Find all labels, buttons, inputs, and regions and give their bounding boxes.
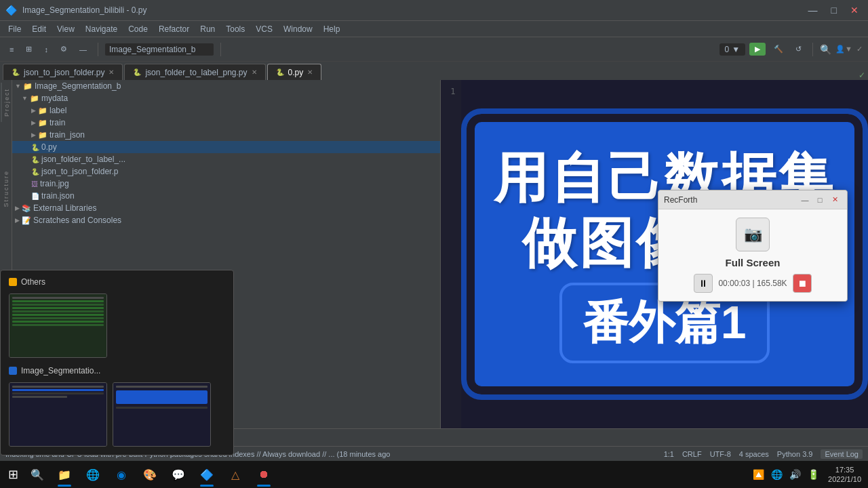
tree-item-trainjson[interactable]: ▶ 📁 train_json: [12, 129, 440, 141]
status-indent: 4 spaces: [739, 450, 769, 458]
tab-close-2[interactable]: ✕: [252, 68, 257, 76]
mini-row-ide2-h: [116, 386, 208, 388]
mini-row-6: [12, 317, 104, 319]
menu-code[interactable]: Code: [123, 23, 153, 35]
search-button[interactable]: 🔍: [25, 462, 50, 487]
tree-label-jsonfolder: json_folder_to_label_...: [41, 155, 125, 164]
tabbar-right: ✓: [859, 70, 865, 80]
minimize-button[interactable]: —: [804, 3, 822, 17]
start-button[interactable]: ⊞: [3, 462, 24, 487]
reload-button[interactable]: ↺: [791, 43, 806, 55]
build-button[interactable]: 🔨: [770, 43, 787, 55]
tab-label-3: 0.py: [288, 68, 304, 77]
taskbar-clock[interactable]: 17:35 2022/1/10: [824, 465, 865, 485]
menu-window[interactable]: Window: [278, 23, 318, 35]
recforth-minimize[interactable]: —: [798, 195, 812, 205]
tree-item-jsonfoldertolabel[interactable]: 🐍 json_folder_to_label_...: [12, 153, 440, 165]
tree-item-scratches[interactable]: ▶ 📝 Scratches and Consoles: [12, 214, 440, 226]
tree-arrow-root: ▼: [15, 83, 21, 89]
file-icon-trainjsonfile: 📄: [31, 192, 39, 200]
menu-run[interactable]: Run: [195, 23, 220, 35]
tree-item-train[interactable]: ▶ 📁 train: [12, 117, 440, 129]
status-event-log[interactable]: Event Log: [821, 449, 863, 459]
tree-arrow-extlibs: ▶: [15, 205, 20, 211]
tree-item-extlibs[interactable]: ▶ 📚 External Libraries: [12, 202, 440, 214]
toolbar-collapse-btn[interactable]: ↕: [40, 44, 52, 55]
recforth-pause-button[interactable]: ⏸: [694, 274, 713, 293]
app-icon: 🔷: [5, 5, 17, 16]
profile-btn[interactable]: 👤▼: [835, 45, 852, 54]
tray-volume[interactable]: 🔊: [787, 468, 803, 481]
toolbar-sep1: [98, 43, 98, 56]
ws-thumb-ide1[interactable]: [9, 382, 107, 447]
mini-row-ide1-h: [12, 386, 104, 388]
menu-refactor[interactable]: Refactor: [153, 23, 195, 35]
ws-label-imgseg: Image_Segmentatio...: [6, 365, 228, 377]
tray-battery[interactable]: 🔋: [806, 468, 821, 481]
toolbar-right: 0 ▼ ▶ 🔨 ↺ 🔍 👤▼ ✓: [719, 43, 863, 56]
tab-json-folder-to-label[interactable]: 🐍 json_folder_to_label_png.py ✕: [124, 64, 265, 80]
close-button[interactable]: ✕: [846, 3, 863, 17]
tab-json-to-json[interactable]: 🐍 json_to_json_folder.py ✕: [3, 64, 123, 80]
recforth-window-controls: — □ ✕: [798, 195, 842, 205]
tree-item-root[interactable]: ▼ 📁 Image_Segmentation_b: [12, 80, 440, 92]
tray-network[interactable]: 🌐: [769, 468, 785, 481]
status-position: 1:1: [664, 450, 674, 458]
folder-icon-mydata: 📁: [30, 94, 39, 103]
tree-item-jsontojson[interactable]: 🐍 json_to_json_folder.p: [12, 165, 440, 178]
run-button[interactable]: ▶: [749, 43, 766, 56]
toolbar-tree-btn[interactable]: ≡: [5, 44, 18, 55]
mini-row-5: [12, 314, 104, 316]
window-switcher: Others: [0, 270, 234, 455]
tree-item-0py[interactable]: 🐍 0.py: [12, 141, 440, 153]
tree-label-mydata: mydata: [41, 94, 68, 103]
tab-icon-1: 🐍: [12, 68, 20, 76]
menu-edit[interactable]: Edit: [26, 23, 52, 35]
taskbar-edge[interactable]: 🌐: [79, 462, 106, 487]
ws-thumbs-others: [6, 291, 228, 361]
taskbar-wechat[interactable]: 💬: [165, 462, 192, 487]
tab-close-1[interactable]: ✕: [108, 68, 114, 76]
recforth-camera-button[interactable]: 📷: [736, 218, 770, 251]
project-name-label: Image_Segmentation_b: [105, 43, 214, 56]
structure-side-tab[interactable]: Structure: [1, 165, 11, 213]
taskbar-app3[interactable]: ◉: [108, 462, 135, 487]
mini-row-1: [12, 300, 104, 302]
ws-thumb-spreadsheet[interactable]: [9, 293, 107, 358]
menu-tools[interactable]: Tools: [220, 23, 250, 35]
tray-chevron[interactable]: 🔼: [751, 468, 766, 481]
toolbar-minus-btn[interactable]: —: [75, 44, 91, 55]
tree-label-trainjsonfile: train.json: [41, 191, 75, 201]
menu-navigate[interactable]: Navigate: [80, 23, 123, 35]
mini-row-8: [12, 324, 104, 326]
mini-thumb-cn: [116, 390, 208, 404]
tab-0py[interactable]: 🐍 0.py ✕: [267, 64, 322, 80]
tree-item-trainjsonfile[interactable]: 📄 train.json: [12, 190, 440, 202]
menu-help[interactable]: Help: [318, 23, 346, 35]
taskbar-app4[interactable]: 🎨: [136, 462, 163, 487]
taskbar-explorer[interactable]: 📁: [51, 462, 78, 487]
menu-view[interactable]: View: [52, 23, 80, 35]
tree-item-mydata[interactable]: ▼ 📁 mydata: [12, 92, 440, 104]
mini-row-ide1-1: [12, 392, 104, 394]
taskbar-app6[interactable]: △: [222, 462, 249, 487]
mini-rows-ide2: [113, 383, 210, 411]
tab-close-3[interactable]: ✕: [307, 68, 313, 76]
maximize-button[interactable]: □: [827, 3, 841, 17]
toolbar-settings-btn[interactable]: ⚙: [56, 43, 71, 55]
taskbar-recforth[interactable]: ⏺: [250, 462, 277, 487]
recforth-close[interactable]: ✕: [828, 195, 842, 205]
taskbar-pycharm[interactable]: 🔷: [193, 462, 220, 487]
run-config-box[interactable]: 0 ▼: [719, 43, 746, 56]
recforth-window: RecForth — □ ✕ 📷 Full Screen ⏸ 00:00:03 …: [658, 190, 848, 302]
tree-item-label[interactable]: ▶ 📁 label: [12, 104, 440, 117]
recforth-stop-button[interactable]: ⏹: [793, 274, 812, 293]
recforth-maximize[interactable]: □: [813, 195, 827, 205]
menu-file[interactable]: File: [3, 23, 26, 35]
tree-item-trainjpg[interactable]: 🖼 train.jpg: [12, 178, 440, 190]
search-icon[interactable]: 🔍: [820, 44, 831, 55]
menu-vcs[interactable]: VCS: [250, 23, 278, 35]
project-side-tab[interactable]: Project: [1, 83, 12, 122]
ws-thumb-ide2[interactable]: [113, 382, 211, 447]
toolbar-layout-btn[interactable]: ⊞: [22, 43, 36, 55]
